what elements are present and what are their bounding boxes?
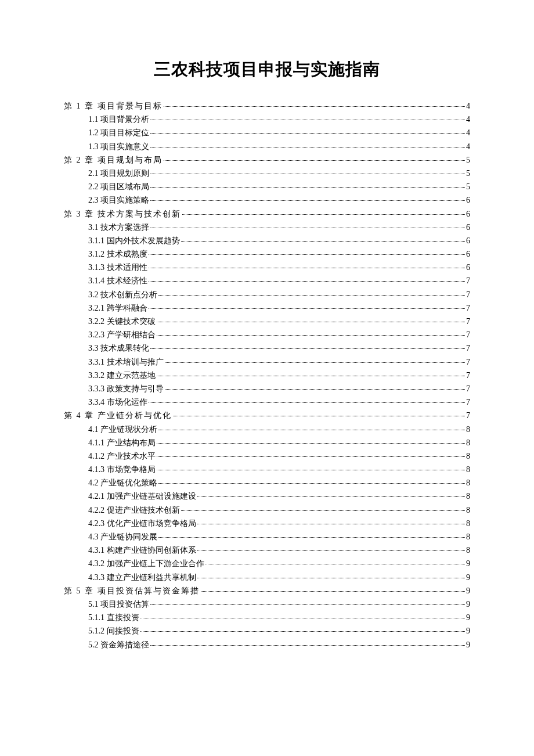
toc-entry[interactable]: 第 2 章 项目规划与布局5	[64, 156, 470, 164]
toc-entry-label: 2.1 项目规划原则	[88, 170, 149, 178]
toc-entry[interactable]: 3.1.1 国内外技术发展趋势6	[88, 237, 470, 245]
toc-entry[interactable]: 3.3.1 技术培训与推广7	[88, 358, 470, 366]
toc-entry-label: 3.2 技术创新点分析	[88, 291, 157, 299]
toc-entry[interactable]: 3.1.2 技术成熟度6	[88, 250, 470, 258]
toc-entry[interactable]: 第 5 章 项目投资估算与资金筹措9	[64, 587, 470, 595]
toc-entry-page: 9	[466, 600, 470, 609]
toc-entry[interactable]: 4.3.3 建立产业链利益共享机制9	[88, 574, 470, 582]
toc-entry[interactable]: 4.2 产业链优化策略8	[88, 479, 470, 487]
toc-leader-dots	[150, 645, 465, 646]
toc-entry-label: 第 3 章 技术方案与技术创新	[64, 210, 181, 218]
toc-leader-dots	[158, 295, 465, 296]
toc-entry-label: 3.1.3 技术适用性	[88, 264, 147, 272]
toc-leader-dots	[165, 362, 466, 363]
toc-entry-page: 5	[466, 183, 470, 191]
toc-entry[interactable]: 5.1.2 间接投资9	[88, 627, 470, 635]
toc-entry-label: 1.1 项目背景分析	[88, 116, 149, 124]
toc-entry-label: 5.1 项目投资估算	[88, 600, 149, 609]
toc-entry[interactable]: 5.1.1 直接投资9	[88, 614, 470, 622]
toc-entry-label: 3.3.1 技术培训与推广	[88, 358, 164, 366]
toc-entry[interactable]: 第 1 章 项目背景与目标4	[64, 102, 470, 110]
toc-entry[interactable]: 2.3 项目实施策略6	[88, 196, 470, 204]
toc-entry-page: 6	[466, 224, 470, 232]
toc-leader-dots	[157, 456, 466, 457]
toc-entry-label: 第 1 章 项目背景与目标	[64, 102, 163, 110]
toc-leader-dots	[149, 308, 466, 309]
toc-entry-label: 3.3 技术成果转化	[88, 344, 149, 352]
toc-entry[interactable]: 4.1.3 市场竞争格局8	[88, 466, 470, 474]
toc-leader-dots	[149, 402, 466, 403]
toc-entry-page: 6	[466, 250, 470, 258]
toc-leader-dots	[140, 618, 466, 618]
toc-entry-page: 5	[466, 156, 470, 164]
document-title: 三农科技项目申报与实施指南	[64, 58, 470, 81]
toc-entry[interactable]: 4.1.2 产业技术水平8	[88, 452, 470, 460]
toc-entry-page: 8	[466, 533, 470, 541]
toc-entry-page: 7	[466, 331, 470, 339]
toc-entry-page: 7	[466, 291, 470, 299]
toc-entry-label: 3.3.2 建立示范基地	[88, 372, 156, 380]
toc-entry[interactable]: 1.1 项目背景分析4	[88, 116, 470, 124]
toc-entry[interactable]: 4.3 产业链协同发展8	[88, 533, 470, 541]
toc-leader-dots	[165, 389, 466, 390]
toc-entry-label: 3.1.2 技术成熟度	[88, 250, 147, 258]
toc-leader-dots	[150, 133, 465, 134]
toc-entry[interactable]: 3.3.3 政策支持与引导7	[88, 385, 470, 393]
toc-entry[interactable]: 2.1 项目规划原则5	[88, 170, 470, 178]
toc-entry[interactable]: 3.1.4 技术经济性7	[88, 277, 470, 285]
toc-entry-page: 9	[466, 614, 470, 622]
toc-leader-dots	[150, 187, 465, 188]
toc-entry-page: 6	[466, 264, 470, 272]
toc-entry[interactable]: 4.2.3 优化产业链市场竞争格局8	[88, 520, 470, 528]
toc-entry-page: 8	[466, 520, 470, 528]
toc-entry-page: 8	[466, 492, 470, 501]
toc-entry[interactable]: 5.1 项目投资估算9	[88, 600, 470, 609]
toc-entry[interactable]: 3.1.3 技术适用性6	[88, 264, 470, 272]
toc-leader-dots	[205, 564, 466, 564]
toc-entry[interactable]: 1.3 项目实施意义4	[88, 143, 470, 151]
toc-entry-label: 2.2 项目区域布局	[88, 183, 149, 191]
toc-entry-label: 3.3.3 政策支持与引导	[88, 385, 164, 393]
toc-entry-label: 3.1.1 国内外技术发展趋势	[88, 237, 180, 245]
toc-entry[interactable]: 3.3 技术成果转化7	[88, 344, 470, 352]
toc-entry[interactable]: 3.2 技术创新点分析7	[88, 291, 470, 299]
toc-leader-dots	[197, 550, 466, 551]
toc-entry[interactable]: 4.1.1 产业结构布局8	[88, 439, 470, 447]
toc-entry-page: 7	[466, 385, 470, 393]
toc-leader-dots	[158, 430, 465, 430]
toc-entry[interactable]: 4.1 产业链现状分析8	[88, 426, 470, 434]
toc-entry-label: 2.3 项目实施策略	[88, 196, 149, 204]
toc-entry[interactable]: 4.2.2 促进产业链技术创新8	[88, 506, 470, 514]
toc-entry-label: 3.2.1 跨学科融合	[88, 304, 147, 312]
toc-entry[interactable]: 3.2.1 跨学科融合7	[88, 304, 470, 312]
toc-entry[interactable]: 3.1 技术方案选择6	[88, 224, 470, 232]
toc-entry[interactable]: 4.3.2 加强产业链上下游企业合作9	[88, 560, 470, 568]
toc-entry-label: 第 2 章 项目规划与布局	[64, 156, 163, 164]
toc-entry[interactable]: 3.2.2 关键技术突破7	[88, 318, 470, 326]
toc-entry[interactable]: 4.3.1 构建产业链协同创新体系8	[88, 546, 470, 555]
toc-entry-label: 1.3 项目实施意义	[88, 143, 149, 151]
toc-entry[interactable]: 4.2.1 加强产业链基础设施建设8	[88, 492, 470, 501]
toc-leader-dots	[150, 604, 465, 605]
toc-entry[interactable]: 3.3.4 市场化运作7	[88, 398, 470, 406]
toc-leader-dots	[182, 214, 466, 215]
toc-entry[interactable]: 第 4 章 产业链分析与优化7	[64, 412, 470, 420]
toc-leader-dots	[150, 348, 465, 349]
toc-entry-page: 8	[466, 426, 470, 434]
toc-entry[interactable]: 2.2 项目区域布局5	[88, 183, 470, 191]
toc-entry[interactable]: 3.2.3 产学研相结合7	[88, 331, 470, 339]
toc-entry-page: 8	[466, 546, 470, 555]
toc-entry-page: 8	[466, 439, 470, 447]
toc-entry-label: 5.1.1 直接投资	[88, 614, 139, 622]
toc-leader-dots	[158, 537, 465, 538]
toc-entry[interactable]: 第 3 章 技术方案与技术创新6	[64, 210, 470, 218]
toc-entry-page: 6	[466, 196, 470, 204]
toc-leader-dots	[197, 496, 466, 497]
toc-entry[interactable]: 1.2 项目目标定位4	[88, 129, 470, 137]
toc-leader-dots	[164, 160, 466, 161]
toc-leader-dots	[150, 147, 465, 147]
toc-leader-dots	[157, 470, 466, 470]
toc-entry[interactable]: 3.3.2 建立示范基地7	[88, 372, 470, 380]
toc-entry-label: 4.1.1 产业结构布局	[88, 439, 156, 447]
toc-entry[interactable]: 5.2 资金筹措途径9	[88, 641, 470, 649]
